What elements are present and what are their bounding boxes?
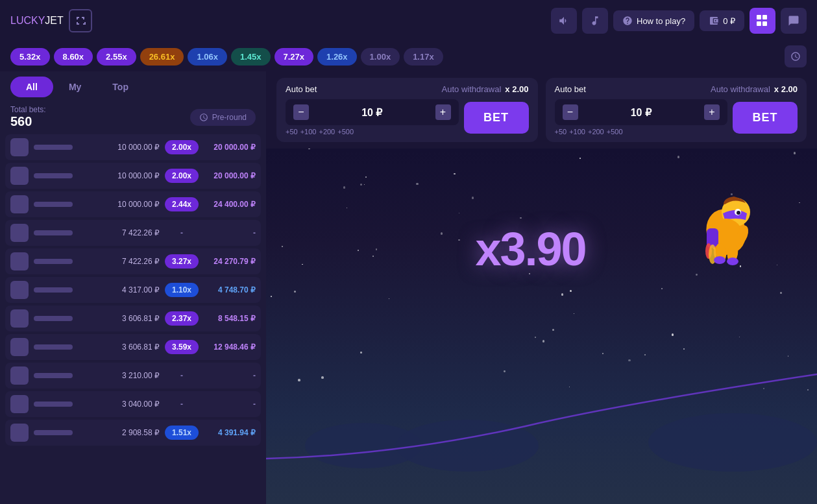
tab-all[interactable]: All <box>10 77 53 97</box>
quick-amounts-right: +50 +100 +200 +500 <box>555 128 728 136</box>
decrease-btn-right[interactable]: − <box>563 104 578 120</box>
bets-list: 10 000.00 ₽ 2.00x 20 000.00 ₽ 10 000.00 … <box>0 134 266 504</box>
avatar <box>10 195 29 213</box>
how-to-play-label: How to play? <box>637 16 685 26</box>
username-bar <box>34 373 73 378</box>
grid-button[interactable] <box>750 8 775 34</box>
avatar <box>10 281 29 299</box>
question-icon <box>622 16 633 26</box>
mult-pill-2[interactable]: 2.55x <box>97 48 136 66</box>
bet-win: 24 270.79 ₽ <box>204 257 256 266</box>
amount-control-right: − 10 ₽ + <box>555 99 728 125</box>
auto-bet-label-right[interactable]: Auto bet <box>555 84 586 94</box>
auto-bet-label-left[interactable]: Auto bet <box>286 84 317 94</box>
mult-pill-3[interactable]: 26.61x <box>140 48 184 66</box>
bet-multiplier: 3.27x <box>165 254 199 269</box>
bet-win: - <box>204 228 256 237</box>
quick-200-left[interactable]: +200 <box>319 128 335 136</box>
avatar <box>10 167 29 185</box>
logo-lucky: LUCKY <box>10 15 45 26</box>
quick-50-right[interactable]: +50 <box>555 128 567 136</box>
bet-multiplier: 2.00x <box>165 169 199 183</box>
mult-pill-8[interactable]: 1.00x <box>361 48 400 66</box>
chat-button[interactable] <box>781 8 807 34</box>
svg-point-12 <box>714 256 726 264</box>
username-bar <box>34 344 73 350</box>
auto-withdrawal-value-left: x 2.00 <box>505 84 528 94</box>
svg-point-13 <box>727 258 738 265</box>
bet-win: 24 400.00 ₽ <box>204 200 256 209</box>
quick-500-right[interactable]: +500 <box>607 128 623 136</box>
bet-multiplier: 2.00x <box>165 140 199 154</box>
bet-multiplier: 1.51x <box>165 426 199 440</box>
bet-panel-right-bottom: − 10 ₽ + +50 +100 +200 +500 BET <box>555 99 798 136</box>
balance-button[interactable]: 0 ₽ <box>700 10 744 31</box>
tab-top[interactable]: Top <box>97 77 144 97</box>
bet-amount: 10 000.00 ₽ <box>78 171 160 180</box>
mult-pill-9[interactable]: 1.17x <box>404 48 443 66</box>
bet-win: - <box>204 400 256 409</box>
bet-amount: 3 606.81 ₽ <box>78 314 160 323</box>
music-button[interactable] <box>582 8 608 34</box>
auto-withdrawal-left: Auto withdrawal x 2.00 <box>442 84 529 94</box>
quick-100-left[interactable]: +100 <box>300 128 317 136</box>
bet-win: 8 548.15 ₽ <box>204 314 256 323</box>
balance-value: 0 ₽ <box>723 16 735 26</box>
history-button[interactable] <box>785 45 807 67</box>
quick-100-right[interactable]: +100 <box>569 128 585 136</box>
quick-50-left[interactable]: +50 <box>286 128 298 136</box>
amount-value-left: 10 ₽ <box>314 106 430 119</box>
tab-my[interactable]: My <box>53 77 97 97</box>
mult-pill-4[interactable]: 1.06x <box>188 48 227 66</box>
table-row: 10 000.00 ₽ 2.44x 24 400.00 ₽ <box>5 191 261 217</box>
mult-pill-6[interactable]: 7.27x <box>274 48 314 66</box>
bet-amount: 7 422.26 ₽ <box>78 257 160 266</box>
decrease-btn-left[interactable]: − <box>293 104 309 120</box>
multiplier-bar: 5.32x 8.60x 2.55x 26.61x 1.06x 1.45x 7.2… <box>0 42 817 71</box>
bet-button-left[interactable]: BET <box>464 102 529 134</box>
pre-round-label: Pre-round <box>212 113 247 122</box>
bet-multiplier: - <box>165 397 199 411</box>
avatar <box>10 138 29 156</box>
bet-amount: 10 000.00 ₽ <box>78 143 160 152</box>
table-row: 7 422.26 ₽ - - <box>5 220 261 246</box>
avatar <box>10 309 29 328</box>
pre-round-badge: Pre-round <box>190 109 256 126</box>
fullscreen-button[interactable] <box>69 9 92 32</box>
table-row: 4 317.00 ₽ 1.10x 4 748.70 ₽ <box>5 277 261 303</box>
increase-btn-right[interactable]: + <box>704 104 720 120</box>
mult-pill-7[interactable]: 1.26x <box>317 48 357 66</box>
bet-panel-right: Auto bet Auto withdrawal x 2.00 − 10 ₽ + <box>546 78 807 142</box>
auto-withdrawal-value-right: x 2.00 <box>774 84 798 94</box>
mult-pill-0[interactable]: 5.32x <box>10 48 50 66</box>
bet-panels: Auto bet Auto withdrawal x 2.00 − 10 ₽ + <box>266 71 817 149</box>
quick-500-left[interactable]: +500 <box>337 128 354 136</box>
table-row: 7 422.26 ₽ 3.27x 24 270.79 ₽ <box>5 248 261 274</box>
sound-button[interactable] <box>551 8 577 34</box>
avatar <box>10 366 29 385</box>
mult-pill-1[interactable]: 8.60x <box>54 48 93 66</box>
how-to-play-button[interactable]: How to play? <box>613 10 694 31</box>
bet-panel-left: Auto bet Auto withdrawal x 2.00 − 10 ₽ + <box>276 78 538 142</box>
amount-value-right: 10 ₽ <box>583 106 700 119</box>
mult-pill-5[interactable]: 1.45x <box>231 48 271 66</box>
game-area: x3.90 <box>266 71 817 504</box>
header: LUCKYJET How to play? 0 ₽ <box>0 0 817 42</box>
quick-200-right[interactable]: +200 <box>588 128 604 136</box>
bet-multiplier: 2.44x <box>165 197 199 211</box>
bet-multiplier: 2.37x <box>165 311 199 326</box>
increase-btn-left[interactable]: + <box>435 104 451 120</box>
bet-panel-right-top: Auto bet Auto withdrawal x 2.00 <box>555 84 798 94</box>
total-bets-value: 560 <box>10 114 46 129</box>
bet-multiplier: 1.10x <box>165 283 199 297</box>
amount-control-left: − 10 ₽ + <box>286 99 459 125</box>
avatar <box>10 395 29 413</box>
amount-wrapper-left: − 10 ₽ + +50 +100 +200 +500 <box>286 99 459 136</box>
bet-multiplier: - <box>165 226 199 240</box>
username-bar <box>34 287 73 293</box>
clock-icon <box>790 51 801 62</box>
bet-button-right[interactable]: BET <box>733 102 798 134</box>
main-layout: All My Top Total bets: 560 Pre-round 10 … <box>0 71 817 504</box>
sound-icon <box>558 15 570 27</box>
bet-win: 20 000.00 ₽ <box>204 143 256 152</box>
